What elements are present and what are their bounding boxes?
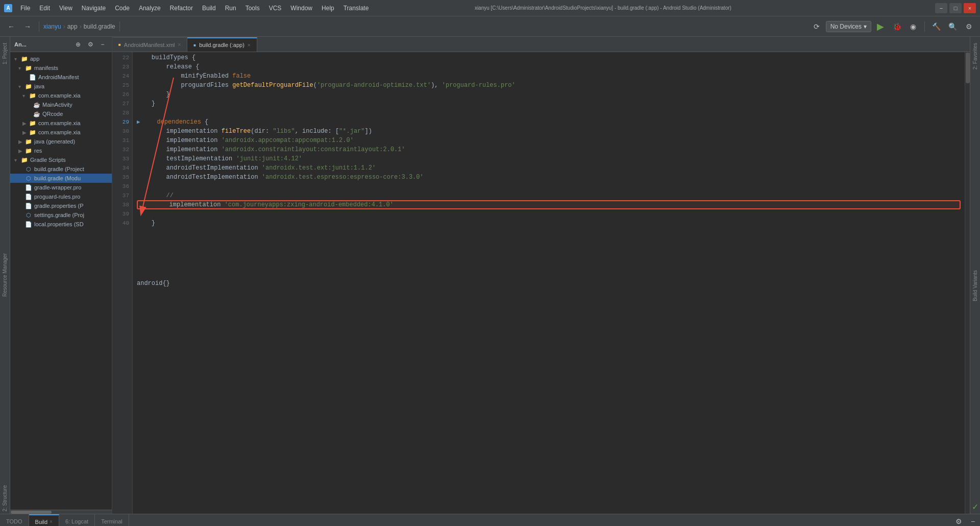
tree-com-example[interactable]: ▾ 📁 com.example.xia bbox=[10, 91, 112, 100]
device-selector[interactable]: No Devices ▾ bbox=[826, 21, 871, 32]
tree-mainactivity[interactable]: ☕ MainActivity bbox=[10, 100, 112, 109]
breadcrumb-file[interactable]: build.gradle bbox=[84, 23, 115, 30]
close-button[interactable]: × bbox=[964, 3, 976, 13]
code-line-android: android{} bbox=[137, 279, 961, 288]
menu-navigate[interactable]: Navigate bbox=[78, 4, 110, 13]
menu-refactor[interactable]: Refactor bbox=[166, 4, 197, 13]
project-scrollbar-h[interactable] bbox=[10, 510, 112, 514]
code-content[interactable]: buildTypes { release { minifyEnabled fal… bbox=[133, 52, 965, 514]
code-line-24: minifyEnabled false bbox=[137, 71, 961, 81]
tree-local-properties[interactable]: 📄 local.properties (SD bbox=[10, 220, 112, 229]
menu-view[interactable]: View bbox=[55, 4, 77, 13]
menu-tools[interactable]: Tools bbox=[241, 4, 264, 13]
menu-run[interactable]: Run bbox=[221, 4, 240, 13]
menu-window[interactable]: Window bbox=[286, 4, 316, 13]
menu-edit[interactable]: Edit bbox=[35, 4, 54, 13]
tab-close-androidmanifest[interactable]: × bbox=[178, 42, 181, 47]
build-button[interactable]: 🔨 bbox=[929, 19, 943, 34]
tab-todo[interactable]: TODO bbox=[0, 514, 29, 527]
project-panel: An... ⊕ ⚙ − ▾ 📁 app ▾ 📁 manifests 📄 bbox=[10, 37, 112, 514]
tree-androidmanifest[interactable]: 📄 AndroidManifest bbox=[10, 73, 112, 82]
tree-proguard[interactable]: 📄 proguard-rules.pro bbox=[10, 192, 112, 201]
breadcrumb-project[interactable]: xianyu bbox=[43, 23, 61, 30]
line-numbers: 22 23 24 25 26 27 28 29 30 31 32 33 34 3… bbox=[112, 52, 133, 514]
project-tree: ▾ 📁 app ▾ 📁 manifests 📄 AndroidManifest … bbox=[10, 52, 112, 510]
window-title: xianyu [C:\Users\Administrator\AndroidSt… bbox=[475, 5, 731, 11]
tree-app[interactable]: ▾ 📁 app bbox=[10, 54, 112, 63]
code-editor[interactable]: 22 23 24 25 26 27 28 29 30 31 32 33 34 3… bbox=[112, 52, 970, 514]
bottom-gear-button[interactable]: ⚙ bbox=[951, 514, 966, 527]
tab-build[interactable]: Build × bbox=[29, 514, 59, 527]
resource-manager-label[interactable]: Resource Manager bbox=[2, 253, 8, 297]
menu-file[interactable]: File bbox=[16, 4, 34, 13]
window-controls: − □ × bbox=[935, 3, 976, 13]
tree-gradle-scripts[interactable]: ▾ 📁 Gradle Scripts bbox=[10, 155, 112, 164]
tabs-bar: ■ AndroidManifest.xml × ■ build.gradle (… bbox=[112, 37, 970, 52]
tree-settings-gradle[interactable]: ⬡ settings.gradle (Proj bbox=[10, 210, 112, 220]
tree-java[interactable]: ▾ 📁 java bbox=[10, 82, 112, 91]
title-bar: A File Edit View Navigate Code Analyze R… bbox=[0, 0, 980, 16]
tree-res[interactable]: ▶ 📁 res bbox=[10, 146, 112, 155]
favorites-label[interactable]: 2: Favorites bbox=[972, 43, 978, 69]
tree-gradle-wrapper[interactable]: 📄 gradle-wrapper.pro bbox=[10, 183, 112, 192]
tree-manifests[interactable]: ▾ 📁 manifests bbox=[10, 63, 112, 73]
code-line-30: implementation fileTree(dir: "libs", inc… bbox=[137, 127, 961, 136]
menu-vcs[interactable]: VCS bbox=[265, 4, 286, 13]
bottom-hide-button[interactable]: − bbox=[966, 514, 980, 527]
code-line-34: androidTestImplementation 'androidx.test… bbox=[137, 163, 961, 173]
checkmark-icon: ✓ bbox=[972, 502, 978, 512]
tree-build-gradle-project[interactable]: ⬡ build.gradle (Project bbox=[10, 164, 112, 174]
toolbar-sep-3 bbox=[924, 21, 925, 32]
menu-translate[interactable]: Translate bbox=[339, 4, 373, 13]
maximize-button[interactable]: □ bbox=[949, 3, 962, 13]
back-button[interactable]: ← bbox=[4, 19, 18, 34]
forward-button[interactable]: → bbox=[20, 19, 35, 34]
project-add-button[interactable]: ⊕ bbox=[73, 39, 83, 50]
tree-com-example-2[interactable]: ▶ 📁 com.example.xia bbox=[10, 118, 112, 128]
project-label[interactable]: 1: Project bbox=[2, 43, 8, 64]
menu-help[interactable]: Help bbox=[317, 4, 338, 13]
code-line-39 bbox=[137, 209, 961, 219]
tab-close-buildgradle[interactable]: × bbox=[248, 42, 251, 48]
build-variants-label[interactable]: Build Variants bbox=[972, 270, 978, 301]
tree-gradle-properties[interactable]: 📄 gradle.properties (P bbox=[10, 201, 112, 210]
code-line-29: ▶ dependencies { bbox=[137, 117, 961, 127]
gradle-dot-icon: ■ bbox=[193, 43, 196, 47]
tree-java-generated[interactable]: ▶ 📁 java (generated) bbox=[10, 137, 112, 146]
debug-button[interactable]: 🐞 bbox=[890, 19, 904, 34]
project-scrollbar-thumb bbox=[11, 511, 52, 514]
toolbar-sep-1 bbox=[39, 21, 39, 32]
coverage-button[interactable]: ◉ bbox=[906, 19, 920, 34]
code-line-31: implementation 'androidx.appcompat:appco… bbox=[137, 136, 961, 145]
project-collapse-button[interactable]: − bbox=[97, 39, 108, 50]
left-icon-strip: 1: Project Resource Manager 2: Structure bbox=[0, 37, 10, 514]
tab-androidmanifest[interactable]: ■ AndroidManifest.xml × bbox=[112, 37, 187, 52]
structure-label[interactable]: 2: Structure bbox=[2, 485, 8, 512]
device-name: No Devices bbox=[830, 23, 862, 30]
project-gear-button[interactable]: ⚙ bbox=[85, 39, 95, 50]
tree-build-gradle-module[interactable]: ⬡ build.gradle (Modu bbox=[10, 174, 112, 183]
code-line-32: implementation 'androidx.constraintlayou… bbox=[137, 145, 961, 154]
code-line-26: } bbox=[137, 90, 961, 99]
editor-scrollbar-v[interactable] bbox=[965, 52, 970, 514]
menu-bar: File Edit View Navigate Code Analyze Ref… bbox=[16, 4, 373, 13]
code-line-37: // bbox=[137, 191, 961, 200]
sync-button[interactable]: ⟳ bbox=[810, 19, 824, 34]
search-button[interactable]: 🔍 bbox=[945, 19, 960, 34]
menu-build[interactable]: Build bbox=[198, 4, 220, 13]
editor-area: ■ AndroidManifest.xml × ■ build.gradle (… bbox=[112, 37, 970, 514]
menu-analyze[interactable]: Analyze bbox=[135, 4, 165, 13]
menu-code[interactable]: Code bbox=[111, 4, 134, 13]
tree-qrcode[interactable]: ☕ QRcode bbox=[10, 109, 112, 118]
run-button[interactable]: ▶ bbox=[873, 19, 888, 34]
build-tab-close[interactable]: × bbox=[50, 519, 53, 524]
tab-buildgradle[interactable]: ■ build.gradle (:app) × bbox=[187, 37, 257, 52]
toolbar: ← → xianyu › app › build.gradle ⟳ No Dev… bbox=[0, 16, 980, 37]
settings-button[interactable]: ⚙ bbox=[962, 19, 976, 34]
tab-terminal[interactable]: Terminal bbox=[95, 514, 129, 527]
tab-logcat[interactable]: 6: Logcat bbox=[59, 514, 95, 527]
minimize-button[interactable]: − bbox=[935, 3, 947, 13]
tree-com-example-3[interactable]: ▶ 📁 com.example.xia bbox=[10, 128, 112, 137]
build-label: Build bbox=[35, 519, 47, 525]
breadcrumb-module[interactable]: app bbox=[67, 23, 78, 30]
